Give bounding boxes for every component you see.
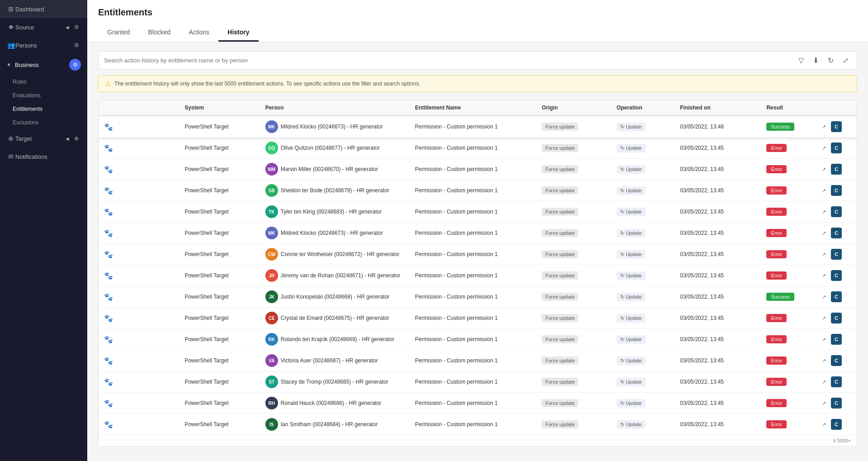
- sidebar-sub-evaluations[interactable]: Evaluations: [0, 89, 87, 102]
- row-copy-button[interactable]: C: [831, 398, 842, 409]
- table-row: 🐾 PowerShell Target MK Mildred Klocko (0…: [99, 223, 857, 244]
- row-copy-button[interactable]: C: [831, 121, 842, 132]
- sidebar-item-source[interactable]: ❖ Source ◀ ⚙: [0, 18, 87, 36]
- row-result: Success: [761, 286, 813, 308]
- row-copy-button[interactable]: C: [831, 249, 842, 260]
- row-system: PowerShell Target: [179, 138, 259, 159]
- row-copy-button[interactable]: C: [831, 313, 842, 323]
- row-link-button[interactable]: ↗: [818, 313, 829, 323]
- row-copy-button[interactable]: C: [831, 270, 842, 281]
- tab-granted[interactable]: Granted: [98, 24, 139, 42]
- page-header: Entitlements Granted Blocked Actions His…: [87, 0, 868, 42]
- target-arrow-icon: ◀: [63, 134, 72, 143]
- origin-badge: Force update: [542, 356, 578, 365]
- result-badge: Error: [766, 335, 786, 343]
- sidebar-sub-rules[interactable]: Rules: [0, 75, 87, 89]
- row-link-button[interactable]: ↗: [818, 419, 829, 430]
- sidebar-item-dashboard[interactable]: ⊞ Dashboard: [0, 0, 87, 18]
- row-link-button[interactable]: ↗: [818, 398, 829, 409]
- tab-history[interactable]: History: [218, 24, 258, 42]
- expand-button[interactable]: ⤢: [840, 55, 851, 66]
- row-origin: Force update: [536, 371, 611, 393]
- result-badge: Success: [766, 293, 794, 301]
- search-input[interactable]: [104, 57, 796, 64]
- row-copy-button[interactable]: C: [831, 355, 842, 366]
- row-link-button[interactable]: ↗: [818, 164, 829, 175]
- row-copy-button[interactable]: C: [831, 143, 842, 153]
- sidebar-item-persons[interactable]: 👥 Persons ⚙: [0, 36, 87, 54]
- row-link-button[interactable]: ↗: [818, 270, 829, 281]
- row-link-button[interactable]: ↗: [818, 121, 829, 132]
- download-button[interactable]: ⬇: [810, 55, 821, 66]
- row-finished: 03/05/2022, 13:45: [675, 201, 761, 223]
- avatar: IS: [265, 418, 278, 431]
- row-link-button[interactable]: ↗: [818, 291, 829, 302]
- row-person: CE Crystal de Emard (00248675) - HR gene…: [260, 308, 410, 329]
- row-link-button[interactable]: ↗: [818, 143, 829, 153]
- row-finished: 03/05/2022, 13:45: [675, 414, 761, 435]
- origin-badge: Force update: [542, 144, 578, 152]
- row-finished: 03/05/2022, 13:45: [675, 393, 761, 414]
- result-badge: Error: [766, 144, 786, 152]
- row-link-button[interactable]: ↗: [818, 376, 829, 387]
- row-entitlement: Permission - Custom permission 1: [410, 286, 536, 308]
- row-link-button[interactable]: ↗: [818, 228, 829, 238]
- row-entitlement: Permission - Custom permission 1: [410, 308, 536, 329]
- row-person: IS Ian Smitham (00248684) - HR generator: [260, 414, 410, 435]
- row-action-buttons: ↗ C: [813, 371, 857, 393]
- row-copy-button[interactable]: C: [831, 334, 842, 345]
- operation-badge: ↻ Update: [617, 356, 646, 365]
- row-operation: ↻ Update: [611, 371, 675, 393]
- row-link-button[interactable]: ↗: [818, 249, 829, 260]
- row-copy-button[interactable]: C: [831, 164, 842, 175]
- result-badge: Error: [766, 271, 786, 280]
- result-badge: Error: [766, 250, 786, 258]
- tab-blocked[interactable]: Blocked: [139, 24, 180, 42]
- sidebar-sub-exclusions[interactable]: Exclusions: [0, 116, 87, 129]
- person-name: Mildred Klocko (00248673) - HR generator: [281, 124, 383, 130]
- row-operation: ↻ Update: [611, 265, 675, 286]
- row-person: OQ Olive Quitzon (00248677) - HR generat…: [260, 138, 410, 159]
- row-link-button[interactable]: ↗: [818, 355, 829, 366]
- row-action-buttons: ↗ C: [813, 138, 857, 159]
- sidebar-item-business[interactable]: ▼ Business ⚙: [0, 54, 87, 75]
- result-badge: Error: [766, 186, 786, 195]
- row-finished: 03/05/2022, 13:45: [675, 329, 761, 350]
- row-copy-button[interactable]: C: [831, 419, 842, 430]
- row-copy-button[interactable]: C: [831, 206, 842, 217]
- dashboard-icon: ⊞: [6, 5, 15, 14]
- sidebar-item-notifications[interactable]: ✉ Notifications: [0, 147, 87, 166]
- row-copy-button[interactable]: C: [831, 291, 842, 302]
- operation-badge: ↻ Update: [617, 186, 646, 195]
- table-row: 🐾 PowerShell Target CE Crystal de Emard …: [99, 308, 857, 329]
- origin-badge: Force update: [542, 420, 578, 428]
- row-result: Success: [761, 116, 813, 138]
- operation-badge: ↻ Update: [617, 165, 646, 174]
- row-system-icon: 🐾: [99, 414, 179, 435]
- row-link-button[interactable]: ↗: [818, 334, 829, 345]
- table-row: 🐾 PowerShell Target JR Jeremy van de Roh…: [99, 265, 857, 286]
- sidebar-sub-entitlements[interactable]: Entitlements: [0, 102, 87, 116]
- sidebar-item-target[interactable]: ⊕ Target ◀ ⊕: [0, 129, 87, 147]
- refresh-button[interactable]: ↻: [825, 55, 836, 66]
- table-row: 🐾 PowerShell Target RH Ronald Hauck (002…: [99, 393, 857, 414]
- row-copy-button[interactable]: C: [831, 185, 842, 196]
- person-name: Rolando ten Krajcik (00248669) - HR gene…: [281, 336, 394, 342]
- row-person: JK Justin Konopelski (00248668) - HR gen…: [260, 286, 410, 308]
- row-person: JR Jeremy van de Rohan (00248671) - HR g…: [260, 265, 410, 286]
- row-link-button[interactable]: ↗: [818, 185, 829, 196]
- row-link-button[interactable]: ↗: [818, 206, 829, 217]
- row-copy-button[interactable]: C: [831, 228, 842, 238]
- row-copy-button[interactable]: C: [831, 376, 842, 387]
- avatar: OQ: [265, 142, 278, 154]
- table-row: 🐾 PowerShell Target JK Justin Konopelski…: [99, 286, 857, 308]
- origin-badge: Force update: [542, 335, 578, 343]
- tab-actions[interactable]: Actions: [179, 24, 218, 42]
- row-system-icon: 🐾: [99, 159, 179, 180]
- row-operation: ↻ Update: [611, 329, 675, 350]
- row-operation: ↻ Update: [611, 116, 675, 138]
- operation-badge: ↻ Update: [617, 123, 646, 131]
- row-result: Error: [761, 329, 813, 350]
- filter-button[interactable]: ▽: [796, 55, 807, 66]
- result-badge: Error: [766, 208, 786, 216]
